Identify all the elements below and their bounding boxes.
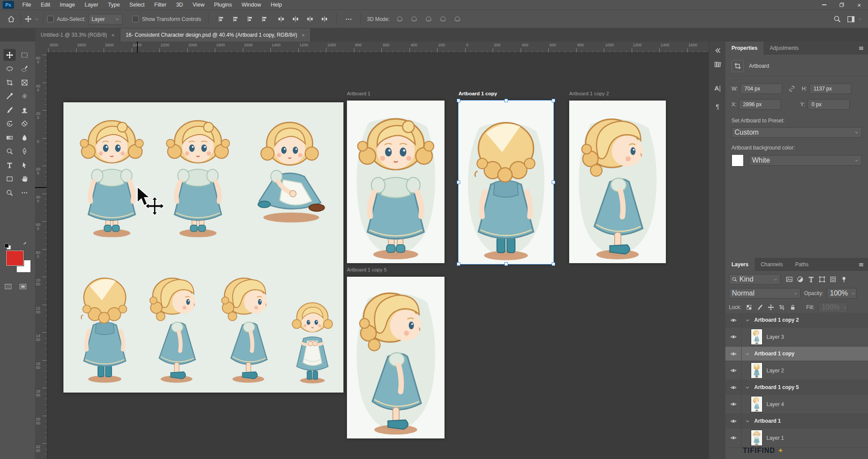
layer-thumbnail[interactable] bbox=[751, 430, 762, 445]
menu-edit[interactable]: Edit bbox=[36, 0, 55, 10]
artboard-label[interactable]: Artboard 1 copy 2 bbox=[569, 91, 609, 96]
document-tab-2[interactable]: 16- Consistent Character design.psd @ 40… bbox=[120, 28, 311, 42]
distribute-vertical-centers-button[interactable] bbox=[319, 14, 330, 24]
opacity-dropdown[interactable]: 100% bbox=[827, 288, 857, 299]
marquee-tool[interactable] bbox=[18, 49, 31, 61]
filter-shape-icon[interactable] bbox=[819, 276, 826, 283]
brush-tool[interactable] bbox=[4, 104, 16, 116]
x-field[interactable]: 2896 px bbox=[739, 99, 781, 110]
horizontal-ruler[interactable]: 3000280026002400220020001800160014001200… bbox=[47, 42, 709, 53]
3d-roll-button[interactable] bbox=[409, 14, 420, 24]
artboard-row[interactable]: Artboard 1 bbox=[725, 414, 868, 428]
transform-handle[interactable] bbox=[457, 181, 460, 184]
artboard[interactable] bbox=[347, 277, 444, 438]
screen-mode-icon[interactable] bbox=[19, 283, 27, 290]
collapse-panels-icon[interactable] bbox=[712, 45, 723, 56]
menu-type[interactable]: Type bbox=[103, 0, 125, 10]
transform-handle[interactable] bbox=[504, 262, 508, 266]
artboard-label[interactable]: Artboard 1 copy 5 bbox=[347, 267, 387, 272]
document-tab-1[interactable]: Untitled-1 @ 33.3% (RGB/8) × bbox=[35, 28, 120, 42]
dodge-tool[interactable] bbox=[4, 146, 16, 157]
object-selection-tool[interactable] bbox=[18, 63, 31, 75]
close-button[interactable]: × bbox=[850, 0, 868, 10]
menu-filter[interactable]: Filter bbox=[150, 0, 172, 10]
filter-type-icon[interactable] bbox=[808, 276, 815, 283]
transform-handle[interactable] bbox=[552, 181, 555, 184]
visibility-toggle[interactable] bbox=[725, 313, 742, 327]
menu-help[interactable]: Help bbox=[266, 0, 287, 10]
workspace-switcher[interactable] bbox=[847, 15, 862, 23]
artboard-label[interactable]: Artboard 1 bbox=[347, 91, 371, 96]
transform-handle[interactable] bbox=[457, 262, 460, 266]
menu-3d[interactable]: 3D bbox=[171, 0, 188, 10]
height-field[interactable]: 1137 px bbox=[809, 83, 851, 94]
transform-handle[interactable] bbox=[552, 262, 555, 266]
visibility-toggle[interactable] bbox=[725, 395, 742, 414]
edit-toolbar-tool[interactable] bbox=[18, 187, 31, 198]
layer-thumbnail[interactable] bbox=[751, 329, 762, 344]
history-brush-tool[interactable] bbox=[4, 118, 16, 130]
expand-collapse-icon[interactable] bbox=[745, 385, 750, 390]
lasso-tool[interactable] bbox=[4, 63, 16, 75]
artboard-label[interactable]: Artboard 1 copy bbox=[458, 91, 497, 96]
artboard[interactable] bbox=[347, 101, 444, 263]
tab-channels[interactable]: Channels bbox=[755, 258, 789, 271]
artboard-bg-color-swatch[interactable] bbox=[732, 154, 744, 167]
artboard-bg-dropdown[interactable]: White bbox=[749, 155, 862, 166]
visibility-toggle[interactable] bbox=[725, 327, 742, 346]
layer-name[interactable]: Layer 2 bbox=[766, 368, 784, 374]
artboard-row[interactable]: Artboard 1 copy 5 bbox=[725, 380, 868, 395]
visibility-toggle[interactable] bbox=[725, 361, 742, 380]
path-selection-tool[interactable] bbox=[18, 159, 31, 171]
artboard-name[interactable]: Artboard 1 copy 5 bbox=[754, 384, 799, 390]
lock-all-icon[interactable] bbox=[790, 304, 796, 310]
auto-select-dropdown[interactable]: Layer bbox=[88, 14, 122, 24]
expand-collapse-icon[interactable] bbox=[745, 419, 750, 424]
blur-tool[interactable] bbox=[18, 132, 31, 143]
menu-file[interactable]: File bbox=[18, 0, 36, 10]
layer-thumbnail[interactable] bbox=[751, 396, 762, 412]
artboard-row[interactable]: Artboard 1 copy bbox=[725, 347, 868, 361]
eraser-tool[interactable] bbox=[18, 118, 31, 130]
close-tab-icon[interactable]: × bbox=[112, 32, 115, 38]
menu-layer[interactable]: Layer bbox=[80, 0, 103, 10]
artboard[interactable] bbox=[569, 101, 666, 263]
menu-select[interactable]: Select bbox=[125, 0, 150, 10]
pasteboard[interactable]: Artboard 1 Artboard 1 copy Artboard 1 co… bbox=[47, 52, 709, 459]
character-panel-icon[interactable]: A| bbox=[712, 83, 723, 93]
gradient-tool[interactable] bbox=[4, 132, 16, 143]
minimize-button[interactable] bbox=[816, 0, 833, 10]
vertical-ruler[interactable]: 6004002000200400600800100012001400160018… bbox=[35, 52, 47, 459]
visibility-toggle[interactable] bbox=[725, 414, 742, 428]
layer-name[interactable]: Layer 3 bbox=[766, 334, 784, 340]
filter-image-icon[interactable] bbox=[786, 276, 793, 283]
search-icon[interactable] bbox=[833, 15, 841, 23]
distribute-left-edges-button[interactable] bbox=[276, 14, 287, 24]
menu-window[interactable]: Window bbox=[237, 0, 266, 10]
eyedropper-tool[interactable] bbox=[4, 90, 16, 102]
hand-tool[interactable] bbox=[18, 173, 31, 185]
layer-name[interactable]: Layer 1 bbox=[766, 435, 784, 441]
align-top-edges-button[interactable] bbox=[259, 14, 270, 24]
reference-image[interactable] bbox=[63, 102, 343, 393]
transform-handle[interactable] bbox=[552, 99, 555, 102]
visibility-toggle[interactable] bbox=[725, 380, 742, 394]
filter-adjustment-icon[interactable] bbox=[797, 276, 804, 283]
canvas-area[interactable]: 3000280026002400220020001800160014001200… bbox=[35, 42, 709, 459]
layer-name[interactable]: Layer 4 bbox=[766, 401, 784, 407]
transform-handle[interactable] bbox=[457, 99, 460, 102]
libraries-icon[interactable] bbox=[712, 59, 723, 70]
layer-row[interactable]: Layer 3 bbox=[725, 327, 868, 347]
align-horizontal-centers-button[interactable] bbox=[230, 14, 242, 24]
3d-slide-button[interactable] bbox=[438, 14, 449, 24]
preset-dropdown[interactable]: Custom bbox=[732, 127, 862, 138]
3d-drag-button[interactable] bbox=[423, 14, 434, 24]
visibility-toggle[interactable] bbox=[725, 347, 742, 361]
paragraph-panel-icon[interactable]: ¶ bbox=[712, 101, 723, 111]
pen-tool[interactable] bbox=[18, 146, 31, 157]
filter-pin-icon[interactable] bbox=[840, 276, 847, 283]
3d-scale-button[interactable] bbox=[452, 14, 463, 24]
panel-menu-icon[interactable] bbox=[858, 261, 864, 268]
swap-colors-icon[interactable] bbox=[23, 242, 29, 248]
healing-brush-tool[interactable] bbox=[18, 90, 31, 102]
